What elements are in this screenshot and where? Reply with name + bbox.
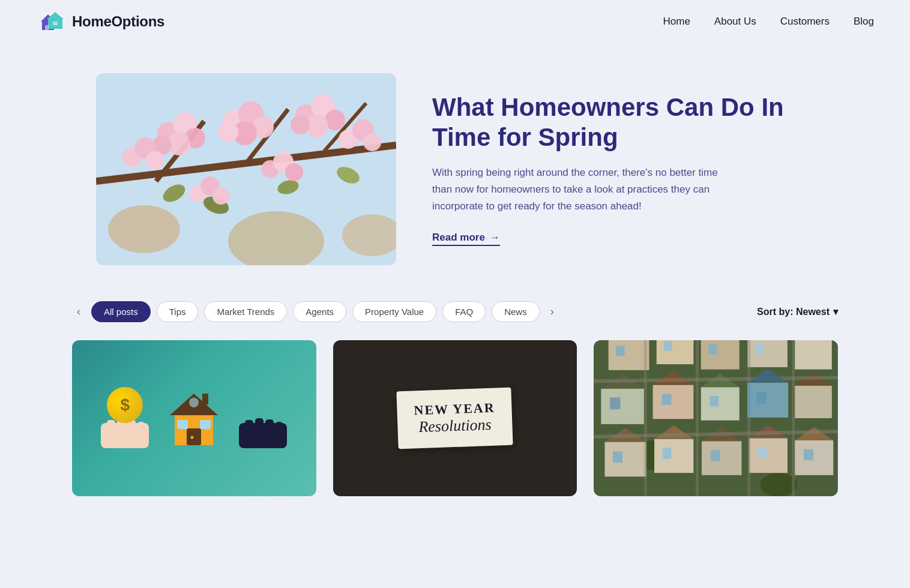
nav-about[interactable]: About Us <box>714 16 756 28</box>
svg-rect-70 <box>657 340 694 364</box>
svg-rect-100 <box>663 448 672 458</box>
aerial-view-svg <box>594 340 838 496</box>
svg-point-32 <box>146 151 164 169</box>
svg-point-57 <box>189 398 199 407</box>
svg-rect-60 <box>255 418 264 431</box>
coin-icon: $ <box>107 387 143 423</box>
tag-all-posts[interactable]: All posts <box>91 301 151 322</box>
svg-rect-89 <box>710 396 719 406</box>
filter-next-button[interactable]: › <box>546 303 559 320</box>
svg-rect-86 <box>662 394 672 404</box>
svg-point-35 <box>212 188 229 205</box>
svg-rect-87 <box>701 387 740 420</box>
svg-point-42 <box>108 205 180 253</box>
sort-control[interactable]: Sort by: Newest ▾ <box>757 306 838 317</box>
svg-rect-76 <box>748 340 788 367</box>
svg-marker-2 <box>47 12 64 19</box>
svg-rect-54 <box>200 420 211 429</box>
arrow-right-icon: → <box>490 232 500 244</box>
tag-tips[interactable]: Tips <box>157 301 199 322</box>
svg-rect-103 <box>711 450 720 461</box>
chevron-down-icon: ▾ <box>833 306 838 317</box>
hero-section: What Homeowners Can Do In Time for Sprin… <box>0 43 910 301</box>
svg-rect-83 <box>610 397 620 409</box>
svg-rect-84 <box>653 385 694 419</box>
cards-grid: $ <box>0 340 910 496</box>
sort-label: Sort by: Newest <box>757 307 830 317</box>
tag-property-value[interactable]: Property Value <box>352 301 436 322</box>
note-line2: Resolutions <box>414 416 496 437</box>
card-house-exchange[interactable]: $ <box>72 340 316 496</box>
svg-rect-81 <box>601 389 644 424</box>
svg-rect-61 <box>265 419 274 431</box>
read-more-link[interactable]: Read more → <box>432 232 500 246</box>
svg-point-41 <box>363 133 381 151</box>
svg-rect-52 <box>187 428 201 445</box>
svg-rect-78 <box>755 344 764 354</box>
svg-point-65 <box>761 473 798 496</box>
svg-rect-69 <box>616 346 625 356</box>
svg-rect-62 <box>276 422 283 433</box>
svg-rect-49 <box>137 422 145 433</box>
svg-rect-75 <box>708 344 717 355</box>
svg-rect-116 <box>748 383 789 418</box>
card-aerial-view[interactable] <box>594 340 838 496</box>
right-hand-svg <box>236 417 290 450</box>
filter-prev-button[interactable]: ‹ <box>72 303 85 320</box>
filter-bar: ‹ All posts Tips Market Trends Agents Pr… <box>0 301 910 322</box>
logo-text: HomeOptions <box>72 13 164 30</box>
tag-news[interactable]: News <box>492 301 540 322</box>
nav-home[interactable]: Home <box>663 16 690 28</box>
house-center-icon <box>170 394 218 450</box>
nav-blog[interactable]: Blog <box>854 16 874 28</box>
main-nav: Home About Us Customers Blog <box>663 16 874 28</box>
note-paper: NEW YEAR Resolutions <box>397 388 513 449</box>
svg-rect-98 <box>654 439 693 473</box>
card-new-year[interactable]: NEW YEAR Resolutions <box>333 340 577 496</box>
svg-point-38 <box>285 163 303 181</box>
svg-rect-93 <box>795 386 833 418</box>
house-svg <box>170 394 218 448</box>
hero-content: What Homeowners Can Do In Time for Sprin… <box>432 92 814 247</box>
svg-rect-46 <box>107 420 115 432</box>
svg-rect-97 <box>613 451 622 462</box>
svg-rect-67 <box>609 340 649 370</box>
svg-rect-73 <box>701 340 740 370</box>
svg-rect-109 <box>804 449 813 460</box>
logo-icon <box>36 8 65 35</box>
svg-rect-79 <box>795 340 833 370</box>
hero-image <box>96 73 396 265</box>
svg-rect-72 <box>664 341 672 351</box>
right-hand-group <box>236 417 290 450</box>
svg-rect-4 <box>45 25 49 30</box>
svg-point-56 <box>191 436 194 439</box>
svg-rect-101 <box>702 441 742 475</box>
tag-faq[interactable]: FAQ <box>442 301 486 322</box>
svg-rect-55 <box>202 394 208 404</box>
tag-market-trends[interactable]: Market Trends <box>204 301 287 322</box>
svg-rect-106 <box>758 447 767 458</box>
logo[interactable]: HomeOptions <box>36 8 164 35</box>
svg-point-24 <box>218 122 238 142</box>
svg-rect-95 <box>605 442 646 476</box>
card-1-illustration: $ <box>86 375 302 462</box>
svg-rect-59 <box>245 420 253 432</box>
coin-hand-group: $ <box>98 387 152 450</box>
svg-point-29 <box>291 115 310 134</box>
cherry-blossom-image <box>96 73 396 265</box>
svg-rect-107 <box>795 440 834 475</box>
svg-rect-5 <box>53 22 58 25</box>
hero-title: What Homeowners Can Do In Time for Sprin… <box>432 92 814 153</box>
tag-agents[interactable]: Agents <box>293 301 346 322</box>
filter-tags: ‹ All posts Tips Market Trends Agents Pr… <box>72 301 559 322</box>
header: HomeOptions Home About Us Customers Blog <box>0 0 910 43</box>
hero-description: With spring being right around the corne… <box>432 164 720 215</box>
svg-rect-53 <box>177 420 188 429</box>
svg-rect-104 <box>749 438 788 473</box>
nav-customers[interactable]: Customers <box>780 16 830 28</box>
